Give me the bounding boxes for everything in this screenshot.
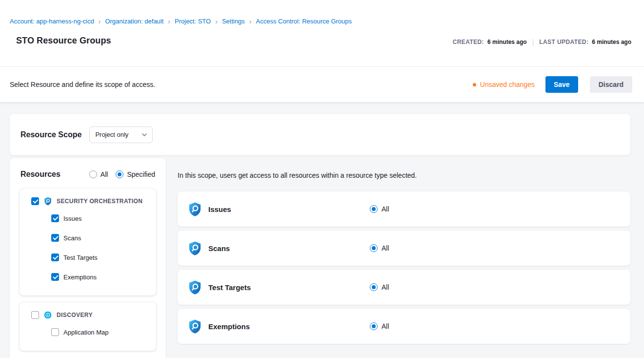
sto-shield-icon: [187, 280, 202, 295]
checkbox-scans[interactable]: [51, 234, 59, 242]
scope-row-access-radio[interactable]: All: [370, 205, 389, 213]
radio-all-access-control[interactable]: [370, 205, 378, 213]
last-updated-label: LAST UPDATED:: [539, 39, 588, 45]
page-title: STO Resource Groups: [16, 36, 111, 46]
resource-item-test-targets: Test Targets: [51, 248, 149, 267]
radio-all-access-control[interactable]: [370, 244, 378, 252]
scope-row-exemptions: Exemptions All: [178, 309, 630, 344]
scope-row-label: Test Targets: [208, 283, 370, 292]
breadcrumb: Account: app-harness-ng-cicd › Organizat…: [10, 18, 632, 25]
last-updated-value: 6 minutes ago: [592, 39, 631, 45]
resource-item-label: Exemptions: [63, 274, 97, 281]
group-label-discovery: DISCOVERY: [57, 312, 93, 318]
radio-all-access-control[interactable]: [370, 322, 378, 330]
radio-specified-control[interactable]: [116, 170, 123, 178]
breadcrumb-settings-link[interactable]: Settings: [222, 18, 245, 25]
toolbar-description: Select Resource and define its scope of …: [10, 81, 155, 88]
resource-item-label: Issues: [63, 215, 82, 222]
chevron-right-icon: ›: [99, 18, 101, 25]
main-content: Resource Scope Project only Resources Al…: [0, 102, 644, 358]
checkbox-application-map[interactable]: [51, 328, 59, 336]
toolbar-actions: Unsaved changes Save Discard: [473, 76, 632, 93]
breadcrumb-project-link[interactable]: Project: STO: [175, 18, 211, 25]
sto-shield-icon: [187, 241, 202, 256]
resources-mode-radio-group: All Specified: [89, 170, 155, 178]
radio-all-access-control[interactable]: [370, 283, 378, 291]
access-all-label: All: [382, 283, 389, 291]
resource-item-scans: Scans: [51, 228, 149, 248]
scope-row-label: Exemptions: [208, 322, 370, 331]
resource-item-label: Application Map: [63, 329, 109, 336]
radio-all-label: All: [101, 170, 108, 178]
chevron-right-icon: ›: [168, 18, 170, 25]
resource-scope-select[interactable]: Project only: [89, 126, 153, 143]
checkbox-security-orchestration[interactable]: [31, 197, 39, 205]
discovery-icon: [43, 311, 52, 319]
resources-panel: Resources All Specified: [10, 158, 166, 358]
unsaved-changes-label: Unsaved changes: [480, 81, 535, 88]
page-header: Account: app-harness-ng-cicd › Organizat…: [0, 0, 644, 67]
meta-divider: |: [532, 38, 534, 46]
access-all-label: All: [382, 205, 389, 213]
radio-specified-label: Specified: [127, 170, 155, 178]
checkbox-test-targets[interactable]: [51, 253, 59, 261]
resources-title: Resources: [20, 170, 60, 179]
action-toolbar: Select Resource and define its scope of …: [0, 67, 644, 102]
group-label-security-orchestration: SECURITY ORCHESTRATION: [57, 198, 142, 205]
breadcrumb-resource-groups-link[interactable]: Access Control: Resource Groups: [256, 18, 352, 25]
access-all-label: All: [382, 244, 389, 252]
checkbox-exemptions[interactable]: [51, 273, 59, 281]
resource-item-label: Test Targets: [63, 254, 98, 261]
resource-item-label: Scans: [63, 234, 81, 242]
scope-row-scans: Scans All: [178, 231, 630, 266]
scope-access-panel: In this scope, users get access to all r…: [178, 158, 630, 348]
breadcrumb-account-link[interactable]: Account: app-harness-ng-cicd: [10, 18, 94, 25]
scope-row-label: Issues: [208, 205, 370, 213]
discard-button[interactable]: Discard: [590, 76, 632, 93]
access-all-label: All: [382, 322, 389, 330]
resource-item-exemptions: Exemptions: [51, 267, 149, 287]
meta-info: CREATED: 6 minutes ago | LAST UPDATED: 6…: [453, 38, 632, 46]
sto-shield-icon: [187, 202, 202, 217]
save-button[interactable]: Save: [545, 76, 578, 93]
sto-shield-icon: [43, 197, 52, 206]
resource-item-application-map: Application Map: [51, 322, 149, 342]
radio-specified[interactable]: Specified: [116, 170, 155, 178]
resource-item-issues: Issues: [51, 209, 149, 228]
resource-scope-title: Resource Scope: [20, 130, 81, 139]
created-label: CREATED:: [453, 39, 484, 45]
radio-all-control[interactable]: [89, 170, 97, 178]
resource-scope-selected-value: Project only: [95, 131, 128, 138]
scope-row-test-targets: Test Targets All: [178, 270, 630, 305]
radio-all[interactable]: All: [89, 170, 108, 178]
scope-row-issues: Issues All: [178, 191, 630, 227]
scope-row-access-radio[interactable]: All: [370, 244, 389, 252]
resource-group-discovery: DISCOVERY Application Map: [20, 302, 156, 351]
unsaved-dot-icon: [473, 83, 476, 86]
resource-group-security-orchestration: SECURITY ORCHESTRATION Issues Scans Test…: [20, 189, 156, 295]
scope-row-access-radio[interactable]: All: [370, 322, 389, 330]
chevron-down-icon: [142, 133, 147, 136]
checkbox-issues[interactable]: [51, 214, 59, 222]
scope-description: In this scope, users get access to all r…: [178, 171, 630, 179]
chevron-right-icon: ›: [249, 18, 252, 25]
sto-shield-icon: [187, 319, 202, 334]
created-value: 6 minutes ago: [487, 39, 527, 45]
scope-row-access-radio[interactable]: All: [370, 283, 389, 291]
scope-row-label: Scans: [208, 244, 370, 253]
chevron-right-icon: ›: [215, 18, 218, 25]
checkbox-discovery[interactable]: [31, 311, 39, 319]
resource-scope-card: Resource Scope Project only: [10, 114, 630, 155]
breadcrumb-organization-link[interactable]: Organization: default: [105, 18, 163, 25]
